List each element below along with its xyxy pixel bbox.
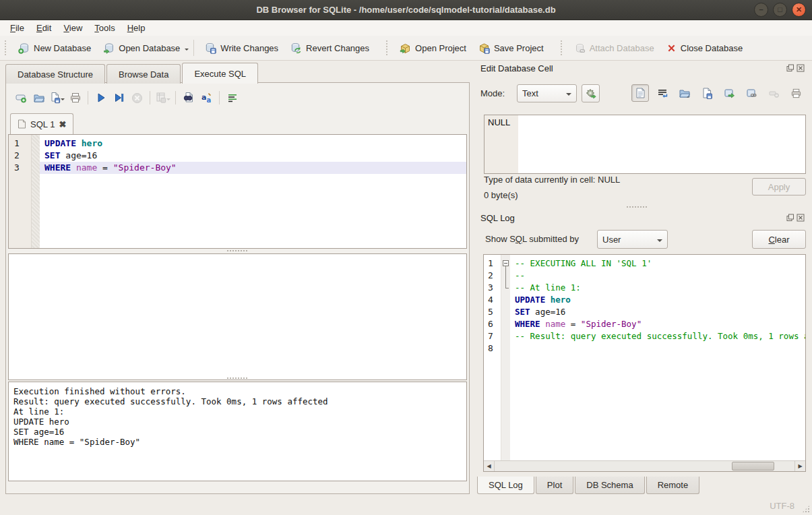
close-database-button[interactable]: Close Database <box>660 40 749 56</box>
save-results-button[interactable] <box>154 89 172 107</box>
word-wrap-button[interactable] <box>223 89 241 107</box>
open-file-icon <box>33 92 45 104</box>
horizontal-scrollbar[interactable]: ◀ ▶ <box>484 460 805 471</box>
text-mode-button[interactable] <box>631 84 649 102</box>
menu-edit[interactable]: Edit <box>30 22 57 34</box>
save-file-icon <box>49 92 61 104</box>
dock-float-icon[interactable] <box>786 64 794 72</box>
word-wrap-button[interactable] <box>654 84 671 102</box>
splitter-handle[interactable] <box>627 206 647 208</box>
editor-line: UPDATE hero <box>40 138 466 150</box>
main-toolbar: New Database Open Database Write Changes… <box>0 36 812 61</box>
log-filter-combobox[interactable]: User <box>597 230 668 249</box>
scrollbar-thumb[interactable] <box>732 462 774 471</box>
mode-combobox[interactable]: Text <box>517 84 577 102</box>
execute-line-button[interactable] <box>110 89 128 107</box>
sql-document-tab[interactable]: SQL 1 ✖ <box>10 113 73 134</box>
toolbar-separator <box>219 91 220 104</box>
database-write-icon <box>205 42 216 54</box>
menu-view[interactable]: View <box>57 22 88 34</box>
fold-line <box>505 288 509 289</box>
import-file-button[interactable] <box>676 84 693 102</box>
save-sql-file-button[interactable] <box>48 89 66 107</box>
close-tab-icon[interactable]: ✖ <box>59 120 66 129</box>
sql-editor[interactable]: 1 2 3 UPDATE hero SET age=16 WHERE name … <box>8 134 467 249</box>
export-file-button[interactable] <box>698 84 716 102</box>
apply-data-button[interactable] <box>720 84 738 102</box>
execute-all-button[interactable] <box>92 89 110 107</box>
auto-apply-icon <box>585 88 597 100</box>
external-edit-icon <box>746 88 757 99</box>
print-cell-button[interactable] <box>787 84 805 102</box>
external-edit-button[interactable] <box>743 84 760 102</box>
new-database-button[interactable]: New Database <box>12 40 97 57</box>
chevron-down-icon <box>566 93 571 98</box>
clear-log-button[interactable]: Clear <box>752 230 806 249</box>
editor-code-area[interactable]: UPDATE hero SET age=16 WHERE name = "Spi… <box>40 135 466 248</box>
scroll-right-icon[interactable]: ▶ <box>794 461 805 471</box>
print-button[interactable] <box>66 89 84 107</box>
sql-log-view[interactable]: 12345678 -- EXECUTING ALL IN 'SQL 1' -- … <box>483 254 806 472</box>
format-sql-button[interactable]: aa <box>197 89 216 107</box>
find-replace-button[interactable] <box>179 89 197 107</box>
attach-database-button[interactable]: Attach Database <box>568 40 660 57</box>
set-null-button[interactable] <box>765 84 782 102</box>
log-code-area[interactable]: -- EXECUTING ALL IN 'SQL 1' -- -- At lin… <box>510 255 805 471</box>
dock-close-icon[interactable] <box>797 64 805 72</box>
apply-button[interactable]: Apply <box>752 178 806 195</box>
database-open-icon <box>103 42 115 54</box>
dock-close-icon[interactable] <box>797 214 805 222</box>
splitter-handle[interactable] <box>227 377 247 379</box>
minimize-button[interactable]: – <box>754 3 768 17</box>
tab-db-schema[interactable]: DB Schema <box>575 477 644 494</box>
tab-execute-sql[interactable]: Execute SQL <box>182 63 258 84</box>
stop-button[interactable] <box>128 89 146 107</box>
toolbar-drag-handle[interactable] <box>386 40 389 55</box>
open-database-dropdown[interactable] <box>185 49 189 53</box>
editor-line: SET age=16 <box>40 150 466 162</box>
database-revert-icon <box>290 42 302 54</box>
export-icon <box>724 88 735 99</box>
toolbar-drag-handle[interactable] <box>5 40 7 55</box>
close-button[interactable]: ✕ <box>792 3 806 17</box>
toolbar-separator <box>193 40 194 56</box>
tab-plot[interactable]: Plot <box>536 477 573 494</box>
menu-help[interactable]: Help <box>121 22 152 34</box>
database-attach-icon <box>574 42 586 54</box>
save-project-button[interactable]: Save Project <box>472 40 550 57</box>
open-database-button[interactable]: Open Database <box>97 40 186 57</box>
menu-file[interactable]: File <box>4 22 30 34</box>
results-pane[interactable] <box>8 253 467 380</box>
log-fold-margin <box>501 255 510 471</box>
toolbar-separator <box>150 91 150 104</box>
new-tab-button[interactable] <box>11 89 30 107</box>
database-close-icon <box>666 43 677 53</box>
tab-remote[interactable]: Remote <box>646 477 700 494</box>
format-sql-icon: aa <box>201 92 213 104</box>
tab-sql-log[interactable]: SQL Log <box>477 477 534 494</box>
open-file-icon <box>679 88 691 99</box>
word-wrap-icon <box>657 88 668 98</box>
print-icon <box>69 92 82 104</box>
fold-collapse-icon[interactable] <box>503 260 509 266</box>
tab-browse-data[interactable]: Browse Data <box>106 64 181 84</box>
open-project-button[interactable]: Open Project <box>394 40 472 57</box>
auto-apply-button[interactable] <box>582 84 600 102</box>
save-dropdown[interactable] <box>61 98 65 102</box>
encoding-indicator[interactable]: UTF-8 <box>770 501 794 511</box>
cell-type-info: Type of data currently in cell: NULL <box>484 175 620 185</box>
write-changes-button[interactable]: Write Changes <box>199 40 284 57</box>
execution-messages[interactable]: Execution finished without errors.Result… <box>8 382 467 481</box>
scroll-left-icon[interactable]: ◀ <box>484 461 495 471</box>
mode-label: Mode: <box>480 88 505 98</box>
toolbar-drag-handle[interactable] <box>561 40 563 55</box>
menu-tools[interactable]: Tools <box>88 22 121 34</box>
maximize-button[interactable]: □ <box>773 3 787 17</box>
resize-grip-icon[interactable] <box>802 505 810 513</box>
dock-float-icon[interactable] <box>786 214 794 222</box>
tab-database-structure[interactable]: Database Structure <box>5 64 105 84</box>
open-sql-file-button[interactable] <box>30 89 48 107</box>
splitter-handle[interactable] <box>227 250 247 251</box>
cell-value-editor[interactable]: NULL <box>484 115 806 174</box>
revert-changes-button[interactable]: Revert Changes <box>284 40 375 57</box>
